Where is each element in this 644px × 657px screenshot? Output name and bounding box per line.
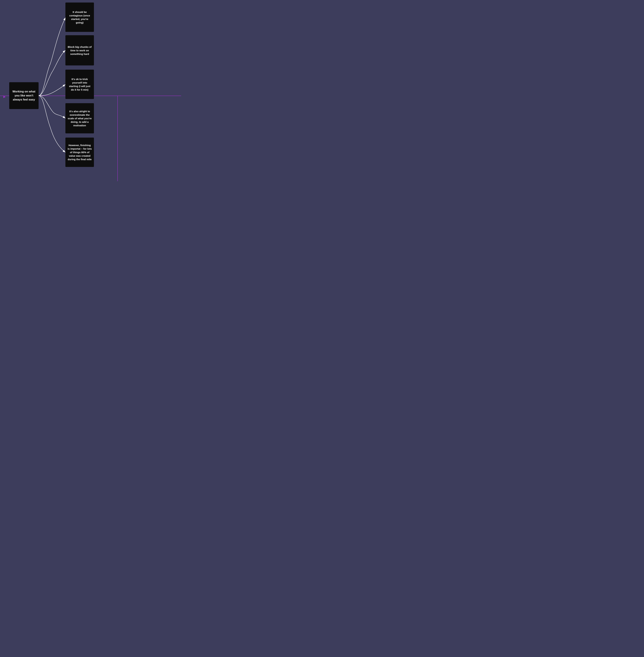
- node-2-text: Block big chunks of time to work on some…: [67, 45, 92, 56]
- node-5-text: However, finishing is importat – for lot…: [67, 143, 92, 161]
- center-node: Working on what you like won't always fe…: [9, 82, 39, 109]
- node-1: It should be contagious (once started, y…: [65, 2, 94, 32]
- node-3: It's ok to trick yourself into starting …: [65, 70, 94, 99]
- center-node-text: Working on what you like won't always fe…: [11, 90, 37, 101]
- incoming-arrow: ▶: [3, 95, 6, 98]
- node-1-text: It should be contagious (once started, y…: [67, 10, 92, 24]
- node-5: However, finishing is importat – for lot…: [65, 138, 94, 167]
- node-4: It's also alright to overestimate the sc…: [65, 103, 94, 133]
- node-4-text: It's also alright to overestimate the sc…: [67, 110, 92, 127]
- node-3-text: It's ok to trick yourself into starting …: [67, 77, 92, 91]
- vertical-line: [117, 96, 118, 181]
- node-2: Block big chunks of time to work on some…: [65, 35, 94, 65]
- mind-map: ▶ Working on what you like won't always …: [0, 0, 181, 181]
